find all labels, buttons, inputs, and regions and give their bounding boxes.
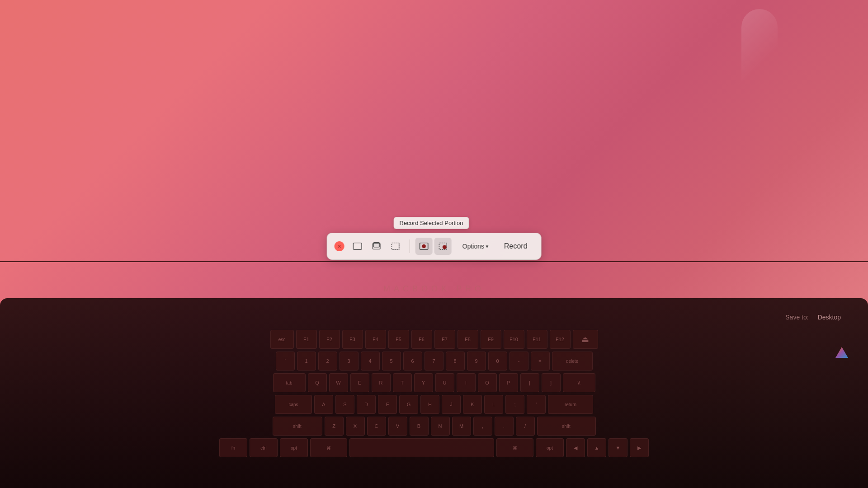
screenshot-window-icon bbox=[372, 241, 382, 251]
close-button[interactable] bbox=[335, 241, 344, 251]
record-button[interactable]: Record bbox=[498, 239, 534, 253]
options-label: Options bbox=[462, 243, 484, 250]
screenshot-toolbar-container: Record Selected Portion bbox=[327, 217, 542, 260]
options-button[interactable]: Options ▾ bbox=[457, 240, 494, 253]
screenshot-portion-icon bbox=[391, 241, 401, 251]
save-to-label: Save to: bbox=[785, 314, 808, 321]
save-to-value: Desktop bbox=[818, 314, 841, 321]
record-portion-icon bbox=[438, 241, 448, 251]
options-chevron-icon: ▾ bbox=[486, 244, 489, 249]
keyboard-keys: esc F1 F2 F3 F4 F5 F6 F7 F8 F9 F10 F11 F… bbox=[43, 325, 825, 479]
tooltip: Record Selected Portion bbox=[393, 217, 469, 229]
keyboard-area: esc F1 F2 F3 F4 F5 F6 F7 F8 F9 F10 F11 F… bbox=[0, 298, 868, 488]
svg-marker-8 bbox=[835, 347, 848, 358]
screenshot-window-button[interactable] bbox=[368, 238, 385, 255]
record-screen-icon bbox=[419, 241, 429, 251]
screenshot-toolbar: Options ▾ Record bbox=[327, 233, 542, 260]
record-portion-button[interactable] bbox=[434, 238, 452, 255]
toolbar-divider-1 bbox=[410, 239, 410, 253]
screenshot-portion-button[interactable] bbox=[387, 238, 404, 255]
bottom-status-bar: Save to: Desktop bbox=[0, 314, 868, 321]
svg-rect-0 bbox=[353, 243, 361, 250]
screenshot-fullscreen-button[interactable] bbox=[349, 238, 366, 255]
svg-rect-2 bbox=[373, 243, 379, 247]
svg-rect-3 bbox=[392, 243, 399, 250]
record-screen-button[interactable] bbox=[415, 238, 433, 255]
tooltip-text: Record Selected Portion bbox=[399, 220, 463, 226]
brand-icon bbox=[834, 345, 850, 361]
svg-point-7 bbox=[443, 245, 446, 249]
svg-point-5 bbox=[422, 244, 425, 248]
screenshot-fullscreen-icon bbox=[353, 241, 363, 251]
macbook-branding: MacBook Pro bbox=[383, 284, 485, 294]
